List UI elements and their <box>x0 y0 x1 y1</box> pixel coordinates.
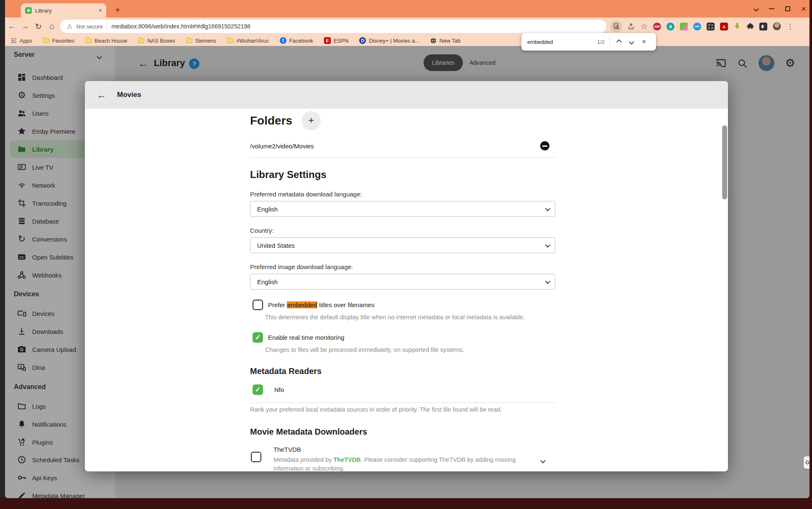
find-query-input[interactable]: embedded <box>527 39 597 45</box>
folders-heading: Folders <box>250 114 292 127</box>
nfo-label[interactable]: Nfo <box>274 386 284 393</box>
metadata-language-label: Preferred metadata download language: <box>250 191 555 198</box>
browser-titlebar: Library × + × <box>5 0 809 18</box>
chevron-down-icon <box>545 206 551 211</box>
tvdb-downloader-row: TheTVDB Metadata provided by TheTVDB. Pl… <box>250 446 555 471</box>
tvdb-checkbox[interactable] <box>251 452 261 462</box>
prefer-embedded-checkbox[interactable] <box>253 300 263 310</box>
nfo-reader-row: ✓ Nfo <box>250 384 555 403</box>
tab-title: Library <box>35 8 95 14</box>
window-close-button[interactable]: × <box>801 5 806 13</box>
amazon-assistant-icon[interactable]: a <box>666 23 674 31</box>
prefer-embedded-label[interactable]: Prefer embedded titles over filenames <box>268 301 375 308</box>
tab-search-icon[interactable] <box>754 5 758 13</box>
disney-plus-icon: D <box>359 37 366 44</box>
browser-menu-icon[interactable]: ⋮ <box>786 22 794 31</box>
metadata-readers-helper: Rank your preferred local metadata sourc… <box>250 406 555 413</box>
remove-folder-icon[interactable] <box>540 141 549 150</box>
browser-window: Library × + × ← → ↻ ⌂ ⚠ Not secure media… <box>5 0 809 498</box>
bookmark-new-tab[interactable]: New Tab <box>430 38 460 44</box>
address-bar[interactable]: ⚠ Not secure mediabox:8096/web/index.htm… <box>60 20 606 33</box>
bookmark-espn[interactable]: EESPN <box>324 37 348 44</box>
country-select[interactable]: United States <box>250 237 555 253</box>
find-previous-icon[interactable] <box>613 38 625 46</box>
browser-tab[interactable]: Library × <box>21 3 106 18</box>
bookmark-disney-plus[interactable]: DDisney+ | Movies a... <box>359 37 419 44</box>
browser-toolbar: ← → ↻ ⌂ ⚠ Not secure mediabox:8096/web/i… <box>5 18 809 35</box>
extensions-puzzle-icon[interactable] <box>746 23 754 30</box>
find-in-page-icon[interactable] <box>610 20 622 32</box>
find-close-icon[interactable]: × <box>638 38 650 46</box>
adblock-plus-icon[interactable]: ABP <box>653 23 661 31</box>
bookmark-wuhanvirus[interactable]: #WuhanVirus <box>227 38 269 44</box>
nfo-checkbox[interactable]: ✓ <box>253 384 263 395</box>
extension-colorful-icon[interactable] <box>680 23 688 31</box>
metadata-readers-heading: Metadata Readers <box>250 366 555 376</box>
profile-avatar-icon[interactable] <box>773 22 781 31</box>
forward-icon[interactable]: → <box>18 22 32 31</box>
library-settings-dialog: ← Movies Folders + /volume2/video/Movies… <box>85 81 728 471</box>
bookmark-star-icon[interactable]: ☆ <box>641 22 648 31</box>
chat-extension-icon[interactable]: ••• <box>693 23 701 31</box>
bookmark-siemens[interactable]: Siemens <box>186 38 217 44</box>
globe-icon <box>430 38 437 44</box>
side-panel-icon[interactable] <box>759 23 767 31</box>
bookmark-beach-house[interactable]: Beach House <box>85 38 127 44</box>
find-bar: embedded 1/2 × <box>521 33 656 51</box>
tvdb-description: Metadata provided by TheTVDB. Please con… <box>273 456 524 471</box>
grammarly-badge[interactable]: G <box>804 456 809 469</box>
reload-icon[interactable]: ↻ <box>32 22 45 31</box>
find-divider <box>610 37 610 47</box>
find-next-icon[interactable] <box>625 38 638 46</box>
minimize-button[interactable] <box>769 8 774 9</box>
tab-close-icon[interactable]: × <box>99 7 102 14</box>
folder-icon <box>186 38 192 43</box>
folder-icon <box>43 38 49 43</box>
facebook-icon: f <box>280 37 286 44</box>
chevron-down-icon[interactable] <box>541 457 545 464</box>
bookmark-nas-boxes[interactable]: NAS Boxes <box>138 38 175 44</box>
share-icon[interactable] <box>628 23 635 30</box>
bookmarks-bar: Apps Favorites Beach House NAS Boxes Sie… <box>5 35 809 46</box>
prefer-embedded-helper: This determines the default display titl… <box>265 314 555 321</box>
espn-icon: E <box>324 37 331 44</box>
tvdb-title: TheTVDB <box>273 446 524 453</box>
bookmark-facebook[interactable]: fFacebook <box>280 37 313 44</box>
folder-icon <box>85 38 92 43</box>
chevron-down-icon <box>545 278 551 284</box>
home-icon[interactable]: ⌂ <box>45 22 59 31</box>
library-settings-heading: Library Settings <box>250 169 555 181</box>
dialog-back-icon[interactable]: ← <box>97 89 106 101</box>
find-highlight: embedded <box>287 301 317 308</box>
realtime-monitoring-label[interactable]: Enable real time monitoring <box>268 334 345 341</box>
tvdb-link[interactable]: TheTVDB <box>333 456 360 463</box>
image-language-select[interactable]: English <box>250 274 555 290</box>
dialog-scrollbar[interactable] <box>722 125 727 199</box>
address-divider <box>107 23 107 30</box>
realtime-monitoring-helper: Changes to files will be processed immed… <box>265 346 555 353</box>
url-text[interactable]: mediabox:8096/web/index.html#!#dlg166915… <box>111 23 250 30</box>
folder-path: /volume2/video/Movies <box>250 143 314 150</box>
folder-icon <box>227 38 233 43</box>
dialog-header: ← Movies <box>85 81 728 109</box>
security-label: Not secure <box>77 23 103 30</box>
bookmark-apps[interactable]: Apps <box>11 38 32 44</box>
not-secure-warning-icon: ⚠ <box>67 23 72 30</box>
download-manager-icon[interactable] <box>733 23 741 30</box>
new-tab-button[interactable]: + <box>112 5 123 16</box>
fullscreen-extension-icon[interactable] <box>707 23 715 31</box>
emby-page: Server Dashboard ⚙ Settings Users Emby P… <box>5 46 809 498</box>
find-match-count: 1/2 <box>597 39 605 45</box>
folder-path-row[interactable]: /volume2/video/Movies <box>250 141 555 158</box>
add-folder-button[interactable]: + <box>301 111 321 130</box>
bookmark-favorites[interactable]: Favorites <box>43 38 74 44</box>
movie-downloaders-heading: Movie Metadata Downloaders <box>250 427 555 437</box>
back-icon[interactable]: ← <box>5 22 18 31</box>
country-label: Country: <box>250 227 555 234</box>
adobe-acrobat-icon[interactable] <box>720 23 728 31</box>
realtime-monitoring-checkbox[interactable]: ✓ <box>253 332 263 343</box>
maximize-button[interactable] <box>785 6 790 11</box>
metadata-language-select[interactable]: English <box>250 201 555 217</box>
desktop-background <box>0 0 5 498</box>
apps-grid-icon <box>11 38 17 43</box>
